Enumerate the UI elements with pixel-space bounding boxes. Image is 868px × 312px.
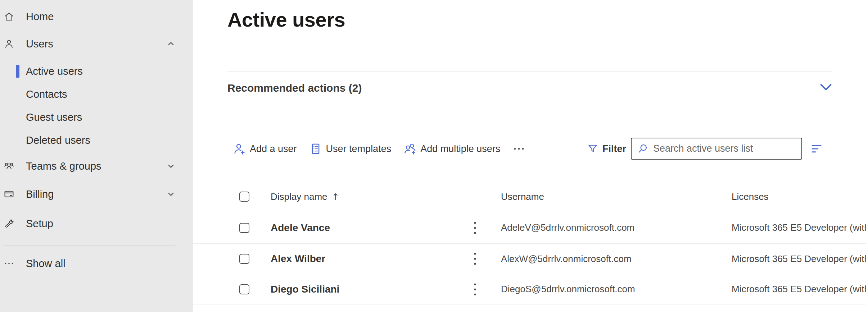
user-templates-button[interactable]: User templates [309, 142, 392, 156]
recommended-actions-expand-button[interactable] [819, 81, 833, 95]
section-divider [227, 131, 832, 131]
column-header-label: Licenses [732, 191, 769, 202]
search-box [631, 138, 802, 160]
sidebar-item-label: Guest users [26, 111, 82, 123]
vertical-ellipsis-icon [473, 251, 477, 267]
row-checkbox[interactable] [239, 284, 249, 294]
recommended-actions-heading: Recommended actions (2) [227, 82, 362, 94]
username-cell: AdeleV@5drrlv.onmicrosoft.com [501, 212, 634, 243]
sidebar-item-label: Contacts [26, 88, 67, 100]
sidebar-item-guest-users[interactable]: Guest users [0, 106, 193, 129]
select-all-checkbox[interactable] [239, 192, 249, 202]
row-checkbox[interactable] [239, 223, 249, 233]
sidebar-item-label: Users [26, 38, 53, 50]
sidebar-item-setup[interactable]: Setup [0, 212, 193, 235]
scrollbar-gutter[interactable] [866, 0, 866, 312]
display-name-cell[interactable]: Alex Wilber [271, 244, 325, 274]
add-multiple-users-button[interactable]: Add multiple users [403, 142, 500, 156]
overflow-ellipsis-icon [512, 142, 526, 156]
template-list-icon [309, 142, 322, 156]
selected-indicator [16, 65, 19, 78]
table-row[interactable]: Alex Wilber AlexW@5drrlv.onmicrosoft.com… [193, 244, 866, 274]
sidebar-item-billing[interactable]: Billing [0, 183, 193, 206]
row-more-actions-button[interactable] [470, 244, 480, 274]
chevron-up-icon [166, 39, 176, 49]
sidebar-divider [4, 245, 175, 246]
sidebar-item-active-users[interactable]: Active users [0, 60, 193, 83]
display-name-cell[interactable]: Adele Vance [271, 212, 330, 243]
sidebar-item-deleted-users[interactable]: Deleted users [0, 129, 193, 152]
more-commands-button[interactable] [512, 142, 526, 156]
home-icon [4, 11, 14, 22]
button-label: Add multiple users [420, 143, 500, 155]
filter-button[interactable]: Filter [587, 137, 626, 160]
sidebar-item-label: Setup [26, 218, 53, 230]
username-cell: AlexW@5drrlv.onmicrosoft.com [501, 244, 632, 274]
row-more-actions-button[interactable] [470, 212, 480, 243]
chevron-down-icon [166, 189, 176, 199]
add-a-user-button[interactable]: Add a user [232, 142, 297, 156]
table-header-row: Display name ↑ Username Licenses [193, 182, 866, 212]
sort-results-button[interactable] [809, 142, 824, 156]
column-header-display-name[interactable]: Display name ↑ [271, 182, 339, 212]
funnel-icon [587, 143, 599, 155]
sidebar-item-contacts[interactable]: Contacts [0, 83, 193, 106]
row-more-actions-button[interactable] [470, 274, 480, 304]
person-add-icon [232, 142, 246, 156]
sidebar-item-show-all[interactable]: Show all [0, 252, 193, 275]
command-bar: Add a user User templates [193, 137, 868, 160]
column-header-licenses[interactable]: Licenses [732, 182, 769, 212]
table-row[interactable]: Diego Siciliani DiegoS@5drrlv.onmicrosof… [193, 274, 866, 304]
sort-ascending-icon: ↑ [332, 192, 340, 202]
column-header-label: Username [501, 191, 544, 202]
display-name-cell[interactable]: Diego Siciliani [271, 274, 339, 304]
sidebar-item-home[interactable]: Home [0, 5, 193, 28]
search-icon [637, 143, 649, 155]
command-bar-left: Add a user User templates [232, 137, 526, 160]
sidebar-item-label: Billing [26, 188, 54, 200]
sort-lines-icon [810, 142, 823, 155]
search-input[interactable] [653, 143, 797, 154]
filter-label: Filter [602, 143, 626, 155]
button-label: Add a user [250, 143, 297, 155]
sidebar-nav: Home Users Active users Contacts Guest u… [0, 0, 193, 312]
ellipsis-icon [4, 258, 14, 269]
page-title: Active users [227, 8, 345, 31]
sidebar-item-teams-groups[interactable]: Teams & groups [0, 155, 193, 178]
person-icon [4, 38, 14, 49]
button-label: User templates [326, 143, 392, 155]
main-content: Active users Recommended actions (2) Add… [193, 0, 868, 312]
billing-card-icon [4, 189, 14, 199]
username-cell: DiegoS@5drrlv.onmicrosoft.com [501, 274, 635, 304]
licenses-cell: Microsoft 365 E5 Developer (withou [732, 212, 866, 243]
table-row[interactable]: Adele Vance AdeleV@5drrlv.onmicrosoft.co… [193, 212, 866, 244]
section-divider [227, 71, 832, 72]
people-icon [4, 161, 14, 171]
sidebar-item-label: Home [26, 11, 54, 23]
sidebar-item-label: Teams & groups [26, 160, 101, 172]
sidebar-item-label: Show all [26, 258, 65, 270]
user-list: Adele Vance AdeleV@5drrlv.onmicrosoft.co… [193, 212, 866, 304]
licenses-cell: Microsoft 365 E5 Developer (withou [732, 244, 866, 274]
vertical-ellipsis-icon [473, 220, 477, 236]
wrench-icon [4, 218, 14, 229]
sidebar-item-label: Deleted users [26, 134, 90, 146]
chevron-down-icon [166, 161, 176, 171]
column-header-username[interactable]: Username [501, 182, 544, 212]
row-checkbox[interactable] [239, 254, 249, 264]
chevron-down-icon [819, 82, 832, 93]
licenses-cell: Microsoft 365 E5 Developer (withou [732, 274, 866, 304]
people-add-icon [403, 142, 417, 156]
column-header-label: Display name [271, 191, 327, 202]
vertical-ellipsis-icon [473, 281, 477, 297]
sidebar-item-users[interactable]: Users [0, 32, 193, 55]
sidebar-item-label: Active users [26, 65, 83, 77]
